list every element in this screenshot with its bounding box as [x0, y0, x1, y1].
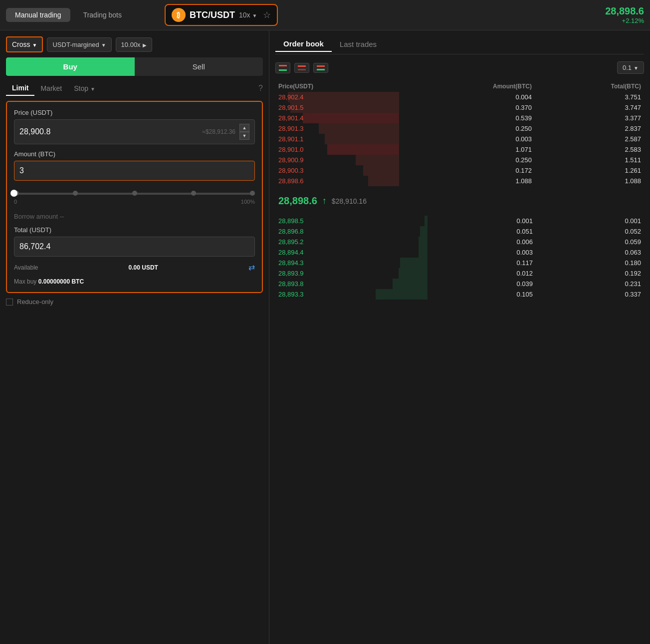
ask-amount: 0.250	[399, 123, 535, 134]
stop-chevron-icon	[90, 84, 95, 92]
bid-total: 0.059	[536, 237, 644, 247]
ask-row[interactable]: 28,901.0 1.071 2.583	[275, 144, 644, 155]
slider-labels: 0 100%	[14, 199, 255, 205]
right-panel: Order book Last trades	[269, 30, 650, 644]
controls-row: Cross USDT-margined 10.00x	[6, 36, 263, 52]
total-label: Total (USDT)	[14, 226, 255, 234]
ask-total: 3.747	[535, 102, 644, 113]
ask-amount: 0.250	[399, 155, 535, 165]
bid-price: 28,893.8	[275, 279, 428, 289]
ask-price: 28,898.6	[275, 176, 399, 186]
slider-dot-75	[191, 191, 196, 196]
view-both-button[interactable]	[275, 62, 290, 73]
bid-amount: 0.001	[428, 216, 536, 226]
ask-row[interactable]: 28,901.4 0.539 3.377	[275, 113, 644, 123]
margin-type-button[interactable]: USDT-margined	[47, 37, 111, 52]
maxbuy-label: Max buy	[14, 278, 36, 285]
reduce-only-checkbox[interactable]	[6, 299, 13, 306]
view-asks-button[interactable]	[294, 63, 309, 73]
price-field: Price (USDT) 28,900.8 ≈$28,912.36 ▲ ▼	[14, 109, 255, 144]
tab-limit[interactable]: Limit	[6, 81, 34, 96]
ask-row[interactable]: 28,902.4 0.004 3.751	[275, 92, 644, 102]
margin-chevron-icon	[101, 41, 106, 48]
ask-total: 3.377	[535, 113, 644, 123]
ask-total: 2.587	[535, 134, 644, 144]
bid-price: 28,893.3	[275, 289, 428, 300]
ask-total: 1.511	[535, 155, 644, 165]
bid-row[interactable]: 28,893.9 0.012 0.192	[275, 268, 644, 279]
ask-row[interactable]: 28,900.9 0.250 1.511	[275, 155, 644, 165]
slider-track[interactable]	[14, 193, 255, 195]
cross-button[interactable]: Cross	[6, 36, 43, 52]
decimal-selector[interactable]: 0.1	[617, 61, 644, 74]
leverage-display: 10x	[239, 11, 257, 19]
bid-total: 0.192	[536, 268, 644, 279]
pair-selector[interactable]: ₿ BTC/USDT 10x ☆	[165, 4, 278, 26]
leverage-button[interactable]: 10.00x	[116, 37, 152, 52]
bid-amount: 0.003	[428, 247, 536, 258]
tab-market[interactable]: Market	[34, 81, 68, 95]
mid-usd-price: $28,910.16	[332, 197, 367, 205]
bid-total: 0.337	[536, 289, 644, 300]
amount-input: 3	[19, 166, 24, 175]
help-icon[interactable]: ?	[258, 84, 263, 93]
transfer-icon[interactable]: ⇄	[248, 263, 255, 272]
bid-row[interactable]: 28,894.4 0.003 0.063	[275, 247, 644, 258]
ask-row[interactable]: 28,901.3 0.250 2.837	[275, 123, 644, 134]
sell-button[interactable]: Sell	[135, 57, 263, 76]
view-options: 0.1	[275, 61, 644, 74]
bid-amount: 0.117	[428, 258, 536, 268]
leverage-right-icon	[143, 41, 147, 48]
price-input-wrapper[interactable]: 28,900.8 ≈$28,912.36 ▲ ▼	[14, 119, 255, 144]
ask-amount: 0.370	[399, 102, 535, 113]
bid-price: 28,893.9	[275, 268, 428, 279]
bid-row[interactable]: 28,895.2 0.006 0.059	[275, 237, 644, 247]
bid-amount: 0.012	[428, 268, 536, 279]
total-input[interactable]: 86,702.4	[14, 237, 255, 257]
bid-price: 28,894.4	[275, 247, 428, 258]
bid-row[interactable]: 28,896.8 0.051 0.052	[275, 226, 644, 237]
bid-amount: 0.105	[428, 289, 536, 300]
col-price: Price(USDT)	[275, 81, 399, 92]
orderbook-table: Price(USDT) Amount(BTC) Total(BTC) 28,90…	[275, 81, 644, 186]
view-bids-icon	[317, 65, 325, 70]
available-row: Available 0.00 USDT ⇄	[14, 263, 255, 272]
tab-stop[interactable]: Stop	[68, 81, 101, 95]
slider-dot-25	[73, 191, 78, 196]
ask-total: 3.751	[535, 92, 644, 102]
orderbook-tabs: Order book Last trades	[275, 36, 644, 54]
ask-row[interactable]: 28,901.1 0.003 2.587	[275, 134, 644, 144]
ask-price: 28,901.0	[275, 144, 399, 155]
bid-total: 0.001	[536, 216, 644, 226]
trading-bots-button[interactable]: Trading bots	[74, 8, 131, 22]
ask-total: 2.837	[535, 123, 644, 134]
tab-orderbook[interactable]: Order book	[275, 36, 332, 52]
bid-row[interactable]: 28,894.3 0.117 0.180	[275, 258, 644, 268]
favorite-star-icon[interactable]: ☆	[263, 9, 271, 20]
amount-input-wrapper[interactable]: 3	[14, 161, 255, 181]
current-price: 28,898.6	[605, 5, 644, 17]
bid-row[interactable]: 28,893.8 0.039 0.231	[275, 279, 644, 289]
price-down-button[interactable]: ▼	[239, 132, 249, 140]
ask-amount: 0.003	[399, 134, 535, 144]
buy-button[interactable]: Buy	[6, 57, 135, 76]
price-display: 28,898.6 +2.12%	[605, 5, 644, 24]
amount-slider[interactable]: 0 100%	[14, 187, 255, 207]
view-both-icon	[279, 65, 287, 71]
col-total: Total(BTC)	[535, 81, 644, 92]
slider-thumb[interactable]	[10, 190, 17, 197]
ask-price: 28,902.4	[275, 92, 399, 102]
ask-row[interactable]: 28,901.5 0.370 3.747	[275, 102, 644, 113]
bid-row[interactable]: 28,893.3 0.105 0.337	[275, 289, 644, 300]
mid-arrow-icon: ↑	[322, 196, 327, 206]
price-hint: ≈$28,912.36	[202, 128, 235, 135]
slider-min-label: 0	[14, 199, 17, 205]
bid-row[interactable]: 28,898.5 0.001 0.001	[275, 216, 644, 226]
ask-row[interactable]: 28,900.3 0.172 1.261	[275, 165, 644, 176]
view-bids-button[interactable]	[313, 63, 328, 73]
tab-lasttrades[interactable]: Last trades	[332, 36, 385, 52]
ask-row[interactable]: 28,898.6 1.088 1.088	[275, 176, 644, 186]
price-up-button[interactable]: ▲	[239, 124, 249, 132]
manual-trading-button[interactable]: Manual trading	[6, 8, 70, 22]
top-nav: Manual trading Trading bots ₿ BTC/USDT 1…	[0, 0, 650, 30]
